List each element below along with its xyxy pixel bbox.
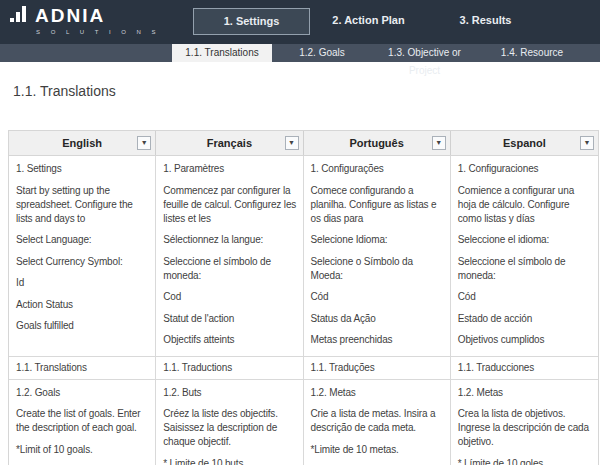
table-cell[interactable]: 1.2. Metas — [458, 386, 592, 400]
nav-tab-settings[interactable]: 1. Settings — [193, 8, 310, 35]
main-nav: 1. Settings 2. Action Plan 3. Results — [193, 8, 544, 35]
nav-tab-action-plan[interactable]: 2. Action Plan — [310, 8, 427, 35]
table-header-row: English ▼ Français ▼ Português ▼ Espanol… — [9, 130, 598, 156]
table-cell[interactable]: Selecione Idioma: — [311, 233, 444, 247]
filter-dropdown-button[interactable]: ▼ — [580, 136, 594, 150]
table-cell[interactable]: 1.2. Buts — [163, 386, 296, 400]
column-cells-francais: 1.1. Traductions — [156, 357, 303, 379]
table-cell[interactable]: Estado de acción — [458, 312, 592, 326]
table-cell[interactable]: Create the list of goals. Enter the desc… — [16, 407, 149, 435]
table-cell[interactable]: Crie a lista de metas. Insira a descriçã… — [311, 407, 444, 435]
table-cell[interactable]: 1.1. Traducciones — [458, 361, 592, 375]
chevron-down-icon: ▼ — [435, 139, 442, 146]
table-cell[interactable]: 1.1. Traductions — [163, 361, 296, 375]
table-cell[interactable]: Id — [16, 276, 149, 290]
table-cell[interactable]: Action Status — [16, 298, 149, 312]
table-cell[interactable]: Seleccione el símbolo de moneda: — [458, 255, 592, 283]
column-cells-portugues: 1.2. Metas Crie a lista de metas. Insira… — [304, 380, 451, 465]
column-cells-espanol: 1.1. Traducciones — [451, 357, 598, 379]
table-cell[interactable]: Status da Ação — [311, 312, 444, 326]
column-header-espanol[interactable]: Espanol ▼ — [451, 131, 598, 155]
table-section-translations-row: 1.1. Translations 1.1. Traductions 1.1. … — [9, 356, 598, 380]
table-cell[interactable]: Comience a configurar una hoja de cálcul… — [458, 184, 592, 226]
table-cell[interactable]: Select Language: — [16, 233, 149, 247]
table-cell[interactable]: Objectifs atteints — [163, 333, 296, 347]
table-cell[interactable]: Metas preenchidas — [311, 333, 444, 347]
table-cell[interactable]: 1. Paramètres — [163, 162, 296, 176]
table-cell[interactable]: Seleccione el símbolo de moneda: — [163, 255, 296, 283]
column-cells-francais: 1. Paramètres Commencez par configurer l… — [156, 156, 303, 356]
filter-dropdown-button[interactable]: ▼ — [285, 136, 299, 150]
table-cell[interactable]: 1. Configuraciones — [458, 162, 592, 176]
table-cell[interactable]: Cod — [163, 290, 296, 304]
column-header-label: English — [62, 137, 102, 149]
column-cells-francais: 1.2. Buts Créez la liste des objectifs. … — [156, 380, 303, 465]
table-section-settings: 1. Settings Start by setting up the spre… — [9, 156, 598, 356]
column-cells-english: 1. Settings Start by setting up the spre… — [9, 156, 156, 356]
column-cells-english: 1.1. Translations — [9, 357, 156, 379]
table-cell[interactable]: Créez la liste des objectifs. Saisissez … — [163, 407, 296, 449]
column-header-portugues[interactable]: Português ▼ — [304, 131, 451, 155]
table-cell[interactable]: Start by setting up the spreadsheet. Con… — [16, 184, 149, 226]
table-cell[interactable]: 1. Configurações — [311, 162, 444, 176]
table-cell[interactable]: Objetivos cumplidos — [458, 333, 592, 347]
column-header-label: Português — [349, 137, 403, 149]
column-cells-portugues: 1. Configurações Comece configurando a p… — [304, 156, 451, 356]
filter-dropdown-button[interactable]: ▼ — [137, 136, 151, 150]
table-cell[interactable]: Sélectionnez la langue: — [163, 233, 296, 247]
column-cells-espanol: 1.2. Metas Crea la lista de objetivos. I… — [451, 380, 598, 465]
table-cell[interactable]: 1.1. Translations — [16, 361, 149, 375]
brand-logo: ADNIA S O L U T I O N S — [10, 6, 160, 35]
column-cells-espanol: 1. Configuraciones Comience a configurar… — [451, 156, 598, 356]
adnia-logo-icon — [10, 6, 30, 24]
subnav-tab-translations[interactable]: 1.1. Translations — [172, 44, 272, 62]
subnav-tab-resource[interactable]: 1.4. Resource — [477, 44, 587, 62]
sub-nav-bar: 1.1. Translations 1.2. Goals 1.3. Object… — [0, 44, 600, 62]
column-header-francais[interactable]: Français ▼ — [156, 131, 303, 155]
table-cell[interactable]: Goals fulfilled — [16, 319, 149, 333]
table-cell[interactable]: 1.2. Goals — [16, 386, 149, 400]
table-cell[interactable]: *Limit of 10 goals. — [16, 443, 149, 457]
column-cells-portugues: 1.1. Traduções — [304, 357, 451, 379]
table-cell[interactable]: 1.2. Metas — [311, 386, 444, 400]
table-section-goals: 1.2. Goals Create the list of goals. Ent… — [9, 380, 598, 465]
brand-name: ADNIA — [35, 6, 105, 26]
table-cell[interactable]: Commencez par configurer la feuille de c… — [163, 184, 296, 226]
brand-subtitle: S O L U T I O N S — [36, 29, 160, 35]
column-header-label: Espanol — [503, 137, 546, 149]
table-cell[interactable]: Crea la lista de objetivos. Ingrese la d… — [458, 407, 592, 449]
subnav-tab-objective-or-project[interactable]: 1.3. Objective or Project — [372, 44, 477, 62]
subnav-tab-goals[interactable]: 1.2. Goals — [272, 44, 372, 62]
column-cells-english: 1.2. Goals Create the list of goals. Ent… — [9, 380, 156, 465]
table-cell[interactable]: *Limite de 10 metas. — [311, 443, 444, 457]
table-cell[interactable]: * Limite de 10 buts. — [163, 457, 296, 465]
table-cell[interactable]: 1. Settings — [16, 162, 149, 176]
column-header-label: Français — [207, 137, 252, 149]
table-cell[interactable]: Cód — [458, 290, 592, 304]
table-cell[interactable]: Select Currency Symbol: — [16, 255, 149, 269]
table-cell[interactable]: * Límite de 10 goles. — [458, 457, 592, 465]
table-cell[interactable]: Cód — [311, 290, 444, 304]
table-cell[interactable]: 1.1. Traduções — [311, 361, 444, 375]
chevron-down-icon: ▼ — [141, 139, 148, 146]
column-header-english[interactable]: English ▼ — [9, 131, 156, 155]
nav-tab-results[interactable]: 3. Results — [427, 8, 544, 35]
page-title: 1.1. Translations — [13, 83, 600, 99]
filter-dropdown-button[interactable]: ▼ — [432, 136, 446, 150]
table-cell[interactable]: Selecione o Símbolo da Moeda: — [311, 255, 444, 283]
top-header-bar: ADNIA S O L U T I O N S 1. Settings 2. A… — [0, 0, 600, 44]
chevron-down-icon: ▼ — [584, 139, 591, 146]
table-cell[interactable]: Comece configurando a planilha. Configur… — [311, 184, 444, 226]
translations-table: English ▼ Français ▼ Português ▼ Espanol… — [8, 130, 599, 465]
table-cell[interactable]: Seleccione el idioma: — [458, 233, 592, 247]
table-cell[interactable]: Statut de l'action — [163, 312, 296, 326]
chevron-down-icon: ▼ — [288, 139, 295, 146]
